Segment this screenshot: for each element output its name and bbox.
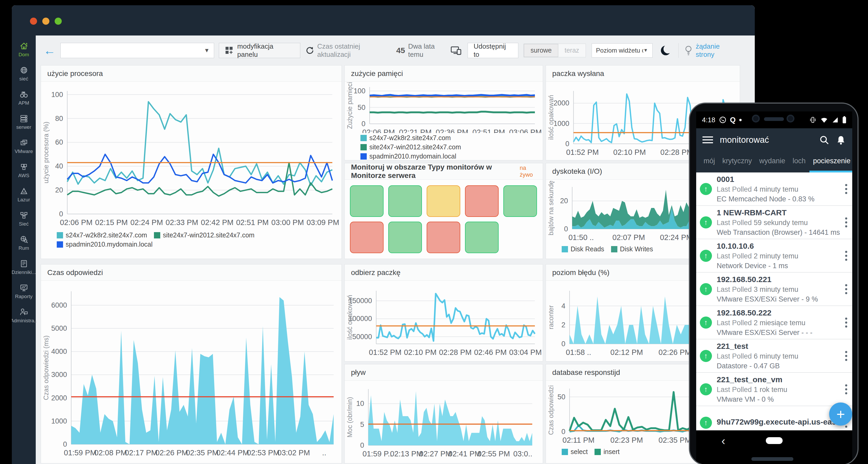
kebab-menu-icon[interactable] xyxy=(845,251,847,261)
rum-icon xyxy=(19,235,29,244)
share-button[interactable]: Udostępnij to xyxy=(468,43,519,58)
svg-text:bajtów na sekundę: bajtów na sekundę xyxy=(547,181,555,235)
monitor-tile-up[interactable] xyxy=(503,185,537,217)
svg-text:3000: 3000 xyxy=(51,371,67,379)
monitor-tile-down[interactable] xyxy=(427,222,460,253)
monitor-list-item[interactable]: ↑192.168.50.221Last Polled 3 minuty temu… xyxy=(696,272,852,306)
svg-text:80: 80 xyxy=(55,115,63,122)
svg-text:02:51 PM: 02:51 PM xyxy=(236,218,269,227)
sidebar-item-apm[interactable]: APM xyxy=(12,90,36,106)
sidebar-item-sieć[interactable]: Sieć xyxy=(12,210,36,227)
globe-icon xyxy=(19,65,29,75)
server-icon xyxy=(19,114,29,123)
monitor-list-item[interactable]: ↑9hu772w99g.execute-api.us-east-1.... xyxy=(696,406,852,430)
svg-text:40: 40 xyxy=(55,162,63,170)
svg-text:03:04 PM: 03:04 PM xyxy=(509,348,542,356)
svg-text:ilość opakowań: ilość opakowań xyxy=(547,95,555,140)
sidebar-item-vmware[interactable]: VMware xyxy=(12,138,36,154)
sidebar-item-label: Lazur xyxy=(18,197,30,203)
refresh-icon[interactable] xyxy=(306,46,314,55)
sidebar-item-serwer[interactable]: serwer xyxy=(12,114,36,130)
devices-icon[interactable] xyxy=(451,46,462,55)
monitor-tile-down[interactable] xyxy=(465,185,499,217)
sidebar-item-administra[interactable]: Administra.. xyxy=(12,307,36,324)
monitor-detail: EC Memcached Node - 0.83 % xyxy=(717,195,845,203)
nav-back-icon[interactable]: ‹ xyxy=(721,435,725,447)
close-window-button[interactable] xyxy=(30,18,37,25)
sidebar-item-lazur[interactable]: Lazur xyxy=(12,186,36,203)
kebab-menu-icon[interactable] xyxy=(845,218,847,227)
earpiece-speaker xyxy=(764,117,784,121)
kebab-menu-icon[interactable] xyxy=(845,184,847,194)
kebab-menu-icon[interactable] xyxy=(845,351,847,361)
minimize-window-button[interactable] xyxy=(42,18,50,25)
zoom-window-button[interactable] xyxy=(55,18,62,25)
sidebar-item-sieć[interactable]: sieć xyxy=(12,65,36,82)
monitor-tile-up[interactable] xyxy=(350,185,383,217)
legend-item: site24x7-win2012.site24x7.com xyxy=(361,143,461,151)
memory-usage-chart: 05010002:06 PM02:21 PM02:36 PM02:51 PM03… xyxy=(345,82,543,133)
legend-item: select xyxy=(562,448,588,456)
toggle-now[interactable]: teraz xyxy=(558,44,586,57)
widget-duration-select[interactable]: Poziom widżetu czasu trw.. ▼ xyxy=(592,44,653,58)
svg-text:0: 0 xyxy=(561,340,565,348)
page-request-link[interactable]: żądanie strony xyxy=(696,42,739,59)
back-arrow-icon[interactable]: ← xyxy=(43,45,56,57)
monitor-list-item[interactable]: ↑0001Last Polled 4 minuty temuEC Memcach… xyxy=(696,172,852,206)
monitor-list-item[interactable]: ↑192.168.50.222Last Polled 2 miesiące te… xyxy=(696,306,852,339)
monitor-list-item[interactable]: ↑221_testLast Polled 6 minuty temuDatast… xyxy=(696,339,852,373)
search-icon[interactable] xyxy=(819,135,829,145)
flow-card: pływ 051001:59 P..02:13 PM02:27 PM02:41 … xyxy=(344,364,543,463)
dashboard-select[interactable]: ▼ xyxy=(60,43,214,58)
tab-loch[interactable]: loch xyxy=(789,151,809,172)
monitor-tile-up[interactable] xyxy=(388,222,422,253)
sidebar-item-aws[interactable]: AWS xyxy=(12,162,36,178)
memory-chart-legend: s24x7-w2k8r2.site24x7.comsite24x7-win201… xyxy=(345,133,543,160)
sidebar-item-label: sieć xyxy=(20,76,28,82)
sidebar-item-rum[interactable]: Rum xyxy=(12,235,36,251)
svg-text:Czas odpowiedzi: Czas odpowiedzi xyxy=(547,385,555,435)
gesture-bar xyxy=(751,457,794,461)
last-polled: Last Polled 59 sekundy temu xyxy=(717,219,845,227)
kebab-menu-icon[interactable] xyxy=(845,284,847,294)
monitor-name: 192.168.50.221 xyxy=(717,275,845,284)
svg-text:5: 5 xyxy=(360,420,364,429)
monitor-list-item[interactable]: ↑221_test_one_vmLast Polled 1 rok temuVM… xyxy=(696,373,852,406)
svg-text:02:55 PM: 02:55 PM xyxy=(477,450,510,458)
legend-item: site24x7-win2012.site24x7.com xyxy=(154,231,254,239)
monitor-name: 221_test xyxy=(717,342,845,351)
svg-text:0: 0 xyxy=(564,225,568,233)
kebab-menu-icon[interactable] xyxy=(845,384,847,394)
monitor-tile-up[interactable] xyxy=(388,185,422,217)
dark-mode-moon-icon[interactable] xyxy=(659,44,673,57)
last-update-ago: Dwa lata temu xyxy=(408,42,451,59)
monitor-list-item[interactable]: ↑10.10.10.6Last Polled 2 minuty temuNetw… xyxy=(696,239,852,272)
monitor-tile-trouble[interactable] xyxy=(427,185,460,217)
svg-text:01:59 PM: 01:59 PM xyxy=(64,448,96,457)
nav-home-pill[interactable] xyxy=(766,437,783,444)
sidebar-item-dzienniki[interactable]: Dzienniki... xyxy=(12,259,36,275)
monitor-list-item[interactable]: ↑1 NEW-RBM-CARTLast Polled 59 sekundy te… xyxy=(696,206,852,239)
svg-text:02:24 PM: 02:24 PM xyxy=(660,233,692,241)
toggle-raw[interactable]: surowe xyxy=(524,44,558,57)
sidebar-item-raporty[interactable]: Raporty xyxy=(12,283,36,299)
modify-panel-button[interactable]: modyfikacja panelu xyxy=(219,43,300,58)
live-badge: na żywo xyxy=(520,165,536,178)
last-polled: Last Polled 2 miesiące temu xyxy=(717,319,845,327)
kebab-menu-icon[interactable] xyxy=(845,318,847,327)
tab-wydanie[interactable]: wydanie xyxy=(755,151,789,172)
hamburger-menu-icon[interactable] xyxy=(703,137,713,143)
tab-mój[interactable]: mój xyxy=(700,151,719,172)
monitor-tile-up[interactable] xyxy=(465,222,499,253)
monitor-tile-down[interactable] xyxy=(350,222,383,253)
status-up-icon: ↑ xyxy=(700,417,712,429)
svg-text:02:27 PM: 02:27 PM xyxy=(419,450,452,458)
tab-pocieszenie[interactable]: pocieszenie xyxy=(809,151,852,172)
add-monitor-fab[interactable]: + xyxy=(829,403,852,426)
card-title: odbierz paczkę xyxy=(351,268,400,277)
sidebar-item-dom[interactable]: Dom xyxy=(12,41,36,58)
tab-krytyczny[interactable]: krytyczny xyxy=(719,151,756,172)
azure-icon xyxy=(19,186,29,196)
notifications-bell-icon[interactable] xyxy=(836,135,846,145)
svg-text:02:10 PM: 02:10 PM xyxy=(404,348,436,356)
